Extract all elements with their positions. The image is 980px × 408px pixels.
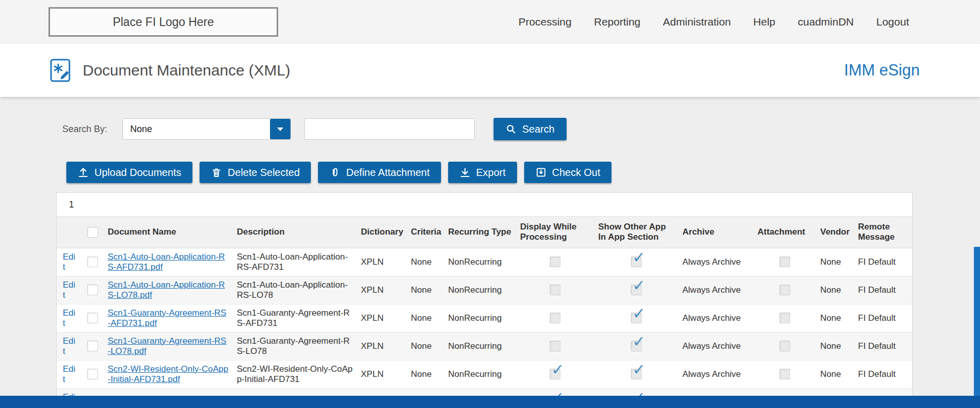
display-while-processing-checkbox[interactable] <box>550 313 560 323</box>
recurring-type-cell: NonRecurring <box>448 313 502 323</box>
recurring-type-cell: NonRecurring <box>448 257 502 267</box>
row-select-checkbox[interactable] <box>87 285 98 295</box>
nav-item-help[interactable]: Help <box>753 16 775 28</box>
remote-message-cell: FI Default <box>858 369 896 379</box>
document-name-link[interactable]: Scn1-Auto-Loan-Application-RS-LO78.pdf <box>108 280 225 300</box>
search-button[interactable]: Search <box>494 118 567 140</box>
attachment-checkbox[interactable] <box>779 369 790 379</box>
table-row: EditScn1-Auto-Loan-Application-RS-AFD731… <box>57 248 912 276</box>
define-attachment-button[interactable]: Define Attachment <box>318 162 440 183</box>
upload-icon <box>78 167 89 178</box>
header-document-name: Document Name <box>104 217 233 248</box>
description-cell: Scn1-Auto-Loan-Application-RS-LO78 <box>237 280 348 300</box>
delete-selected-label: Delete Selected <box>228 167 300 178</box>
criteria-cell: None <box>411 313 432 323</box>
documents-table: Document Name Description Dictionary Cri… <box>57 217 912 408</box>
nav-item-administration[interactable]: Administration <box>663 16 731 28</box>
document-name-link[interactable]: Scn1-Guaranty-Agreement-RS-LO78.pdf <box>108 336 226 356</box>
nav-item-reporting[interactable]: Reporting <box>594 16 641 28</box>
edit-link[interactable]: Edit <box>63 252 76 272</box>
table-row: EditScn1-Guaranty-Agreement-RS-LO78.pdfS… <box>57 332 912 360</box>
vendor-cell: None <box>820 313 841 323</box>
toolbar: Upload Documents Delete Selected Define … <box>0 162 980 183</box>
esign-document-icon <box>50 59 70 82</box>
dictionary-cell: XPLN <box>361 313 383 323</box>
paperclip-icon <box>329 167 340 178</box>
search-by-label: Search By: <box>62 124 122 135</box>
table-header-row: Document Name Description Dictionary Cri… <box>57 217 912 248</box>
criteria-cell: None <box>411 285 432 295</box>
row-select-checkbox[interactable] <box>87 257 98 267</box>
check-out-button[interactable]: Check Out <box>524 162 611 183</box>
vendor-cell: None <box>820 369 841 379</box>
chevron-down-icon <box>277 127 284 132</box>
search-input[interactable] <box>304 118 475 140</box>
vendor-cell: None <box>820 257 841 267</box>
attachment-checkbox[interactable] <box>779 285 790 295</box>
document-name-link[interactable]: Scn1-Auto-Loan-Application-RS-AFD731.pdf <box>108 252 225 272</box>
define-attachment-label: Define Attachment <box>346 167 429 178</box>
show-other-app-checkbox[interactable]: ✓ <box>631 313 642 323</box>
description-cell: Scn1-Auto-Loan-Application-RS-AFD731 <box>237 252 348 272</box>
select-all-checkbox[interactable] <box>87 227 98 238</box>
row-select-checkbox[interactable] <box>87 341 98 351</box>
header-description: Description <box>233 217 357 248</box>
row-select-checkbox[interactable] <box>87 313 98 323</box>
display-while-processing-checkbox[interactable]: ✓ <box>550 369 560 379</box>
show-other-app-checkbox[interactable]: ✓ <box>631 257 642 267</box>
header-attachment: Attachment <box>753 217 816 248</box>
top-header: Place FI Logo Here Processing Reporting … <box>0 0 980 44</box>
documents-card: 1 Document Name Description Dictionary C… <box>56 192 913 408</box>
trash-icon <box>211 167 222 178</box>
show-other-app-checkbox[interactable]: ✓ <box>631 369 642 379</box>
nav-item-logout[interactable]: Logout <box>876 16 909 28</box>
display-while-processing-checkbox[interactable] <box>550 341 560 351</box>
table-row: EditScn1-Guaranty-Agreement-RS-AFD731.pd… <box>57 304 912 332</box>
export-icon <box>459 167 471 178</box>
description-cell: Scn2-WI-Resident-Only-CoApp-Initial-AFD7… <box>237 364 353 384</box>
archive-cell: Always Archive <box>682 313 741 323</box>
check-icon: ✓ <box>632 278 645 293</box>
attachment-checkbox[interactable] <box>779 257 790 267</box>
edit-link[interactable]: Edit <box>63 364 76 384</box>
archive-cell: Always Archive <box>682 257 741 267</box>
page-number[interactable]: 1 <box>69 199 74 210</box>
document-name-link[interactable]: Scn1-Guaranty-Agreement-RS-AFD731.pdf <box>108 308 226 328</box>
dropdown-arrow-button[interactable] <box>270 119 290 139</box>
page-title: Document Maintenance (XML) <box>83 62 844 79</box>
edit-link[interactable]: Edit <box>63 336 76 356</box>
row-select-checkbox[interactable] <box>87 369 98 379</box>
description-cell: Scn1-Guaranty-Agreement-RS-LO78 <box>237 336 350 356</box>
delete-selected-button[interactable]: Delete Selected <box>200 162 311 183</box>
dictionary-cell: XPLN <box>361 257 383 267</box>
document-name-link[interactable]: Scn2-WI-Resident-Only-CoApp-Initial-AFD7… <box>108 364 228 384</box>
attachment-checkbox[interactable] <box>779 341 790 351</box>
footer-bar <box>0 396 980 408</box>
header-display-while-processing: Display While Processing <box>516 217 594 248</box>
attachment-checkbox[interactable] <box>779 313 790 323</box>
scrollbar-thumb[interactable] <box>974 247 980 396</box>
edit-link[interactable]: Edit <box>63 308 76 328</box>
export-button[interactable]: Export <box>448 162 517 183</box>
remote-message-cell: FI Default <box>858 313 896 323</box>
recurring-type-cell: NonRecurring <box>448 369 502 379</box>
check-icon: ✓ <box>632 362 645 377</box>
nav-item-user-cuadmindn[interactable]: cuadminDN <box>798 16 854 28</box>
archive-cell: Always Archive <box>682 369 741 379</box>
check-out-icon <box>535 167 547 178</box>
search-by-dropdown[interactable]: None <box>122 118 291 140</box>
search-section: Search By: None Search <box>0 118 980 140</box>
show-other-app-checkbox[interactable]: ✓ <box>631 341 642 351</box>
header-edit <box>57 217 82 248</box>
search-icon <box>506 124 517 135</box>
nav-item-processing[interactable]: Processing <box>519 16 572 28</box>
show-other-app-checkbox[interactable]: ✓ <box>631 285 642 295</box>
header-select <box>82 217 104 248</box>
display-while-processing-checkbox[interactable] <box>550 257 560 267</box>
edit-link[interactable]: Edit <box>63 280 76 300</box>
remote-message-cell: FI Default <box>858 285 896 295</box>
table-row: EditScn2-WI-Resident-Only-CoApp-Initial-… <box>57 360 912 388</box>
upload-documents-button[interactable]: Upload Documents <box>66 162 192 183</box>
display-while-processing-checkbox[interactable] <box>550 285 560 295</box>
criteria-cell: None <box>411 257 432 267</box>
